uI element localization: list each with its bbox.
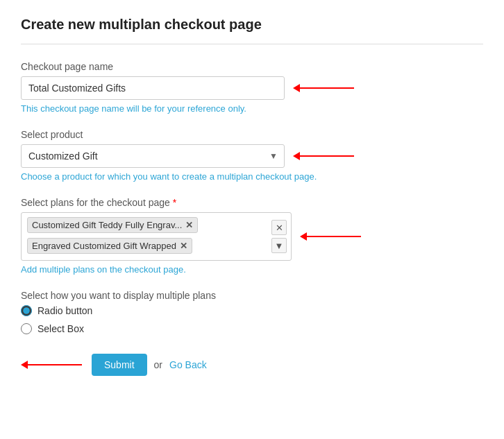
- product-select[interactable]: Customized Gift: [21, 144, 285, 168]
- plan-tag-2: Engraved Customized Gift Wrapped ✕: [27, 238, 192, 254]
- arrow-indicator-submit: [21, 361, 82, 369]
- radio-button-label: Radio button: [37, 305, 92, 316]
- plan-tag-1-remove[interactable]: ✕: [185, 220, 193, 230]
- plan-tag-1-label: Customized Gift Teddy Fully Engrav...: [32, 220, 182, 230]
- select-plans-hint: Add multiple plans on the checkout page.: [21, 264, 483, 275]
- multiselect-clear-btn[interactable]: ✕: [271, 220, 287, 235]
- plan-tag-2-remove[interactable]: ✕: [180, 241, 187, 251]
- radio-item-select: Select Box: [21, 323, 483, 334]
- required-star: *: [173, 197, 176, 208]
- multiselect-controls: ✕ ▼: [271, 220, 287, 253]
- radio-item-radio: Radio button: [21, 305, 483, 316]
- checkout-name-input[interactable]: [21, 76, 285, 100]
- go-back-link[interactable]: Go Back: [169, 359, 207, 370]
- or-text: or: [154, 359, 162, 370]
- page-title: Create new multiplan checkout page: [21, 17, 483, 33]
- display-label: Select how you want to display multiple …: [21, 290, 483, 301]
- arrow-indicator-name: [293, 84, 354, 92]
- select-box-option[interactable]: [21, 323, 32, 334]
- plan-tag-1: Customized Gift Teddy Fully Engrav... ✕: [27, 217, 198, 233]
- arrow-indicator-plans: [300, 232, 361, 241]
- arrow-indicator-product: [293, 152, 354, 160]
- radio-button-option[interactable]: [21, 305, 32, 316]
- select-plans-label: Select plans for the checkout page *: [21, 197, 483, 208]
- submit-button[interactable]: Submit: [92, 354, 147, 376]
- checkout-name-label: Checkout page name: [21, 61, 483, 72]
- checkout-name-hint: This checkout page name will be for your…: [21, 103, 483, 114]
- select-product-hint: Choose a product for which you want to c…: [21, 171, 483, 182]
- select-product-label: Select product: [21, 129, 483, 140]
- display-radio-group: Radio button Select Box: [21, 305, 483, 334]
- footer-row: Submit or Go Back: [21, 354, 483, 376]
- plans-multiselect[interactable]: Customized Gift Teddy Fully Engrav... ✕ …: [21, 212, 292, 261]
- plan-tag-2-label: Engraved Customized Gift Wrapped: [32, 241, 176, 251]
- multiselect-dropdown-btn[interactable]: ▼: [271, 238, 287, 253]
- select-box-label: Select Box: [37, 323, 84, 334]
